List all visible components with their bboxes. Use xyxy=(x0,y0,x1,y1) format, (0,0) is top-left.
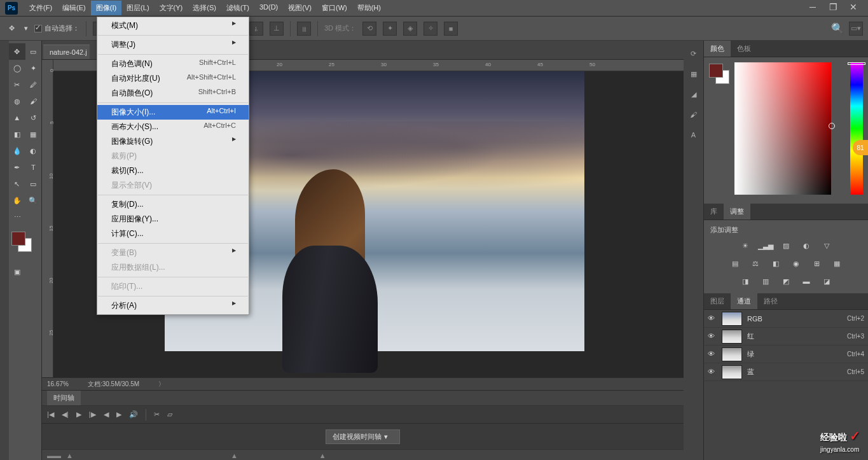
history-brush-tool[interactable]: ↺ xyxy=(25,109,42,126)
brush-preset-icon[interactable]: 🖌 xyxy=(687,108,700,121)
next-kf-icon[interactable]: ▶ xyxy=(116,410,121,419)
tab-libraries[interactable]: 库 xyxy=(704,204,724,220)
menu-item[interactable]: 应用图像(Y)... xyxy=(97,212,249,227)
invert-icon[interactable]: ◨ xyxy=(740,275,751,287)
curves-icon[interactable]: ▨ xyxy=(780,240,792,251)
menu-item[interactable]: 图像大小(I)...Alt+Ctrl+I xyxy=(97,105,249,120)
pen-tool[interactable]: ✒ xyxy=(9,159,25,176)
menu-9[interactable]: 窗口(W) xyxy=(317,1,352,15)
menu-4[interactable]: 文字(Y) xyxy=(155,1,188,15)
blur-tool[interactable]: 💧 xyxy=(9,143,25,159)
menu-item[interactable]: 复制(D)... xyxy=(97,197,249,212)
create-timeline-button[interactable]: 创建视频时间轴 ▾ xyxy=(326,429,399,444)
search-icon[interactable]: 🔍 xyxy=(831,22,844,34)
menu-item[interactable]: 计算(C)... xyxy=(97,227,249,241)
visibility-icon[interactable]: 👁 xyxy=(708,350,717,359)
fg-color-swatch[interactable] xyxy=(709,64,723,78)
menu-10[interactable]: 帮助(H) xyxy=(352,1,386,15)
eraser-tool[interactable]: ◧ xyxy=(9,126,25,143)
menu-item[interactable]: 调整(J) xyxy=(97,38,249,52)
menu-item[interactable]: 自动对比度(U)Alt+Shift+Ctrl+L xyxy=(97,71,249,86)
3d-icon[interactable]: ✦ xyxy=(383,22,397,36)
zoom-tool[interactable]: 🔍 xyxy=(25,192,42,209)
brush-tool[interactable]: 🖌 xyxy=(25,93,42,109)
tab-layers[interactable]: 图层 xyxy=(704,293,731,309)
hue-slider[interactable] xyxy=(850,62,863,195)
3d-icon[interactable]: ⟲ xyxy=(362,22,376,36)
menu-7[interactable]: 3D(D) xyxy=(254,1,283,15)
menu-1[interactable]: 编辑(E) xyxy=(57,1,91,15)
menu-item[interactable]: 裁切(R)... xyxy=(97,164,249,178)
brush-panel-icon[interactable]: ◢ xyxy=(687,88,700,101)
gradient-tool[interactable]: ▦ xyxy=(25,126,42,143)
workspace-icon[interactable]: ▭▾ xyxy=(849,22,863,36)
prev-frame-icon[interactable]: ◀| xyxy=(62,410,69,419)
play-icon[interactable]: ▶ xyxy=(76,410,81,419)
first-frame-icon[interactable]: |◀ xyxy=(47,410,54,419)
bw-icon[interactable]: ◧ xyxy=(770,258,782,269)
vibrance-icon[interactable]: ▽ xyxy=(821,240,832,251)
close-button[interactable]: ✕ xyxy=(849,4,858,13)
brightness-icon[interactable]: ☀ xyxy=(740,240,751,251)
visibility-icon[interactable]: 👁 xyxy=(708,368,717,377)
tab-adjustments[interactable]: 调整 xyxy=(724,204,750,220)
poster-icon[interactable]: ▥ xyxy=(760,275,771,287)
gradient-map-icon[interactable]: ▬ xyxy=(801,275,812,287)
char-panel-icon[interactable]: A xyxy=(687,129,700,141)
timeline-tab[interactable]: 时间轴 xyxy=(47,391,81,405)
align-middle-icon[interactable]: ⫰ xyxy=(249,22,263,36)
maximize-button[interactable]: ❐ xyxy=(829,4,837,13)
tab-swatches[interactable]: 色板 xyxy=(731,41,757,57)
color-field[interactable] xyxy=(734,62,831,195)
tab-channels[interactable]: 通道 xyxy=(731,293,757,309)
tab-paths[interactable]: 路径 xyxy=(757,293,784,309)
channel-row[interactable]: 👁蓝Ctrl+5 xyxy=(704,363,868,381)
channel-row[interactable]: 👁RGBCtrl+2 xyxy=(704,310,868,328)
next-frame-icon[interactable]: |▶ xyxy=(89,410,96,419)
hand-tool[interactable]: ✋ xyxy=(9,192,25,209)
history-icon[interactable]: ⟳ xyxy=(687,47,700,60)
cut-icon[interactable]: ✂ xyxy=(154,410,160,419)
crop-tool[interactable]: ✂ xyxy=(9,76,25,93)
zoom-level[interactable]: 16.67% xyxy=(47,380,69,387)
menu-8[interactable]: 视图(V) xyxy=(283,1,317,15)
status-arrow[interactable]: 〉 xyxy=(158,380,165,389)
menu-0[interactable]: 文件(F) xyxy=(24,1,57,15)
prev-kf-icon[interactable]: ◀ xyxy=(104,410,109,419)
align-bottom-icon[interactable]: ⊥ xyxy=(270,22,284,36)
auto-select-checkbox[interactable] xyxy=(34,25,42,32)
menu-6[interactable]: 滤镜(T) xyxy=(221,1,254,15)
visibility-icon[interactable]: 👁 xyxy=(708,314,717,323)
doc-info[interactable]: 文档:30.5M/30.5M xyxy=(88,380,139,389)
threshold-icon[interactable]: ◩ xyxy=(780,275,792,287)
tab-color[interactable]: 颜色 xyxy=(704,41,731,57)
balance-icon[interactable]: ⚖ xyxy=(750,258,761,269)
menu-item[interactable]: 画布大小(S)...Alt+Ctrl+C xyxy=(97,120,249,134)
3d-icon[interactable]: ✧ xyxy=(424,22,437,36)
lut-icon[interactable]: ▦ xyxy=(831,258,843,269)
dodge-tool[interactable]: ◐ xyxy=(25,143,42,159)
audio-icon[interactable]: 🔊 xyxy=(129,410,138,419)
type-tool[interactable]: T xyxy=(25,159,42,176)
stamp-tool[interactable]: ▲ xyxy=(9,109,25,126)
document-tab[interactable]: nature-042.j xyxy=(43,45,90,59)
photo-filter-icon[interactable]: ◉ xyxy=(790,258,802,269)
lasso-tool[interactable]: ◯ xyxy=(9,60,25,76)
menu-item[interactable]: 自动颜色(O)Shift+Ctrl+B xyxy=(97,86,249,101)
heal-tool[interactable]: ◍ xyxy=(9,93,25,109)
marquee-tool[interactable]: ▭ xyxy=(25,43,42,60)
3d-icon[interactable]: ■ xyxy=(444,22,458,36)
menu-5[interactable]: 选择(S) xyxy=(188,1,221,15)
3d-icon[interactable]: ◈ xyxy=(403,22,417,36)
quickmask-tool[interactable]: ▣ xyxy=(9,263,25,280)
eyedropper-tool[interactable]: 🖉 xyxy=(25,76,42,93)
visibility-icon[interactable]: 👁 xyxy=(708,332,717,341)
menu-item[interactable]: 自动色调(N)Shift+Ctrl+L xyxy=(97,57,249,71)
foreground-swatch[interactable] xyxy=(11,232,25,246)
menu-item[interactable]: 分析(A) xyxy=(97,298,249,313)
color-swatches[interactable] xyxy=(11,232,39,257)
mixer-icon[interactable]: ⊞ xyxy=(811,258,822,269)
properties-icon[interactable]: ▦ xyxy=(687,67,700,80)
channel-row[interactable]: 👁绿Ctrl+4 xyxy=(704,345,868,363)
transition-icon[interactable]: ▱ xyxy=(167,410,172,419)
